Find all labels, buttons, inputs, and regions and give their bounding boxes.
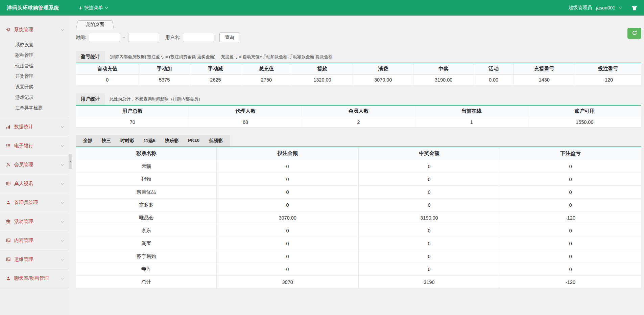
tab-shishicai[interactable]: 时时彩 [116, 135, 139, 147]
cell-value: 3070 [217, 276, 359, 289]
tab-kuailecai[interactable]: 快乐彩 [160, 135, 184, 147]
sidebar-item-e-banking[interactable]: 电子银行 [0, 136, 69, 155]
table-row: 0 5375 2625 2750 1320.00 3070.00 3190.00… [76, 75, 641, 85]
chevron-down-icon [61, 181, 64, 185]
chevron-left-icon [70, 160, 71, 163]
ops-image-icon [6, 257, 11, 262]
username-input[interactable] [183, 33, 214, 42]
gear-icon [6, 27, 11, 32]
col-header: 代理人数 [189, 105, 302, 117]
time-from-input[interactable] [89, 33, 120, 42]
profit-section-note: (排除内部会员数据) 投注盈亏 = (投注消费金额-返奖金额) 充提盈亏 = 自… [110, 54, 332, 60]
table-row: 聚美优品 0 0 0 [76, 186, 641, 199]
cell-value: 1430 [514, 75, 575, 85]
sidebar-item-label: 聊天室/动画管理 [14, 275, 49, 282]
theme-tshirt-icon[interactable] [631, 5, 637, 10]
time-to-input[interactable] [128, 33, 159, 42]
sidebar-subitem[interactable]: 游戏记录 [0, 92, 69, 103]
refresh-button[interactable] [627, 28, 641, 39]
sidebar-item-content-management[interactable]: 内容管理 [0, 231, 69, 250]
tab-my-desktop[interactable]: 我的桌面 [76, 19, 114, 30]
cell-value: 0 [217, 263, 359, 276]
tab-dipincai[interactable]: 低频彩 [204, 135, 228, 147]
sidebar-subitem[interactable]: 系统设置 [0, 40, 69, 50]
cell-value: 0 [217, 224, 359, 237]
cell-value: 5375 [139, 75, 190, 85]
cell-value: 0 [500, 173, 641, 186]
profit-section-title: 盈亏统计 [76, 51, 105, 63]
quick-menu-button[interactable]: + 快捷菜单 [79, 5, 107, 11]
sidebar-item-live-video[interactable]: 真人视讯 [0, 174, 69, 193]
cell-value: 天猫 [76, 160, 217, 173]
cell-value: 68 [189, 117, 302, 128]
cell-value: 3070.00 [217, 211, 359, 224]
col-header: 账户可用 [528, 105, 641, 117]
user-section-note: 此处为总计，不受查询时间影响（排除内部会员） [110, 96, 202, 102]
sidebar-subitem[interactable]: 注单异常检测 [0, 103, 69, 113]
sidebar-item-chatroom-animation[interactable]: 聊天室/动画管理 [0, 269, 69, 288]
chevron-down-icon [619, 6, 621, 8]
tab-pk10[interactable]: PK10 [183, 135, 204, 147]
table-row: 苏宁易购 0 0 0 [76, 250, 641, 263]
cell-value: 苏宁易购 [76, 250, 217, 263]
sidebar-item-member-management[interactable]: 会员管理 [0, 155, 69, 174]
lottery-tab-bar: 全部 快三 时时彩 11选5 快乐彩 PK10 低频彩 [76, 135, 230, 147]
col-header: 下注盈亏 [500, 147, 641, 160]
tab-all[interactable]: 全部 [78, 135, 97, 147]
table-row: 得物 0 0 0 [76, 173, 641, 186]
sidebar-item-label: 内容管理 [14, 238, 33, 244]
chevron-down-icon [105, 6, 108, 8]
sidebar-subitem[interactable]: 彩种管理 [0, 50, 69, 61]
sidebar-item-admin-management[interactable]: 管理员管理 [0, 193, 69, 212]
sidebar-item-activity-management[interactable]: 活动管理 [0, 212, 69, 231]
app-title: 洋码头环球购管理系统 [7, 5, 59, 11]
cell-value: 0 [76, 75, 139, 85]
image-icon [6, 238, 11, 243]
cell-value: 寺库 [76, 263, 217, 276]
lottery-table: 彩票名称 投注金额 中奖金额 下注盈亏 天猫 0 0 0 得物 0 0 0 [76, 147, 641, 289]
chevron-down-icon [61, 257, 64, 261]
username-dropdown[interactable]: jason001 [596, 5, 615, 10]
cell-value: -120 [500, 211, 641, 224]
sidebar-item-data-statistics[interactable]: 数据统计 [0, 117, 69, 136]
sidebar-item-system-management[interactable]: 系统管理 [0, 20, 69, 39]
tab-strip: 我的桌面 [69, 16, 644, 30]
top-header: 洋码头环球购管理系统 + 快捷菜单 超级管理员 jason001 [0, 0, 644, 16]
cell-value: 0 [358, 173, 500, 186]
col-header: 提款 [292, 63, 353, 75]
cell-value: 3190.00 [358, 211, 500, 224]
tab-11xuan5[interactable]: 11选5 [139, 135, 160, 147]
col-header: 自动充值 [76, 63, 139, 75]
cell-value: 0 [358, 224, 500, 237]
sidebar-collapse-handle[interactable] [69, 154, 72, 169]
user-section-title: 用户统计 [76, 93, 105, 105]
user-table: 用户总数 代理人数 会员人数 当前在线 账户可用 70 68 2 1 1550.… [76, 105, 641, 128]
cell-value: 3190.00 [413, 75, 474, 85]
sidebar-subitem[interactable]: 开奖管理 [0, 71, 69, 82]
sidebar-subitem[interactable]: 设置开奖 [0, 82, 69, 92]
table-row: 唯品会 3070.00 3190.00 -120 [76, 211, 641, 224]
cell-value: 0 [358, 263, 500, 276]
cell-value: 3070.00 [353, 75, 413, 85]
refresh-icon [632, 30, 637, 37]
user-outline-icon [6, 162, 11, 167]
cell-value: 1320.00 [292, 75, 353, 85]
sidebar-item-label: 会员管理 [14, 162, 33, 168]
cell-value: 0 [217, 173, 359, 186]
search-button[interactable]: 查询 [219, 32, 239, 42]
cell-value: 2750 [241, 75, 292, 85]
sidebar-item-ops-management[interactable]: 运维管理 [0, 250, 69, 269]
sidebar-subitem[interactable]: 玩法管理 [0, 61, 69, 71]
filter-bar: 时间: - 用户名: 查询 [69, 30, 644, 46]
time-range-separator: - [123, 35, 125, 40]
cell-value: 2625 [190, 75, 241, 85]
cell-value: 0 [500, 263, 641, 276]
cell-value: 0 [217, 160, 359, 173]
tab-kuaisan[interactable]: 快三 [97, 135, 116, 147]
chevron-down-icon [61, 27, 64, 31]
table-row: 拼多多 0 0 0 [76, 199, 641, 211]
profit-table: 自动充值 手动加 手动减 总充值 提款 消费 中奖 活动 充提盈亏 投注盈亏 0… [76, 63, 641, 85]
col-header: 投注金额 [217, 147, 359, 160]
sidebar-item-label: 系统管理 [14, 27, 33, 33]
col-header: 用户总数 [76, 105, 189, 117]
